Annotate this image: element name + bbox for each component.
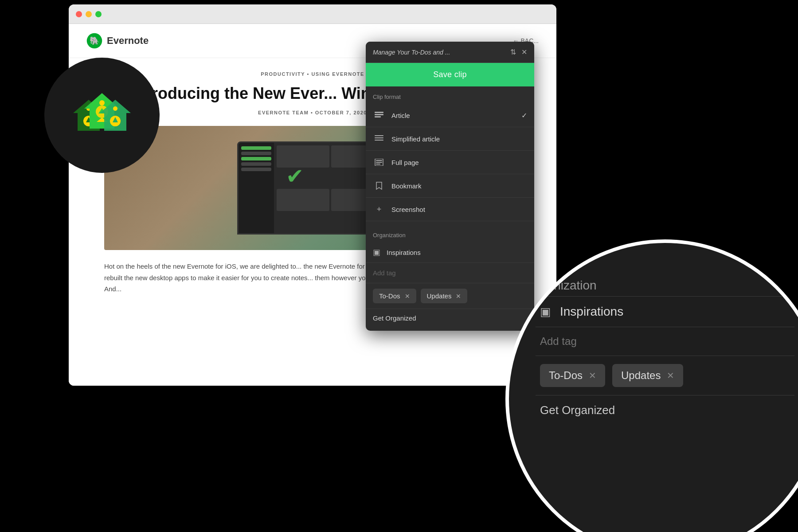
tag-houses-svg [71, 91, 133, 140]
format-option-article[interactable]: Article ✓ [366, 104, 534, 127]
zoom-organization-label: ganization [536, 278, 794, 293]
clip-format-section: Clip format Article ✓ Simplified article [366, 86, 534, 221]
tag-chip-updates[interactable]: Updates ✕ [421, 289, 468, 303]
swap-icon[interactable]: ⇅ [510, 48, 516, 56]
sidebar-item-1 [241, 146, 271, 150]
sidebar-item-4 [241, 162, 271, 166]
browser-titlebar [69, 4, 556, 24]
svg-rect-7 [375, 140, 383, 141]
zoom-notebook-row[interactable]: ▣ Inspirations [536, 296, 794, 327]
extension-header-icons: ⇅ ✕ [510, 48, 527, 56]
tag-updates-label: Updates [427, 292, 452, 300]
traffic-lights [76, 11, 102, 17]
svg-rect-4 [375, 116, 381, 117]
extension-header: Manage Your To-Dos and ... ⇅ ✕ [366, 42, 534, 63]
sidebar-item-2 [241, 152, 271, 155]
svg-rect-5 [375, 135, 383, 136]
evernote-logo-icon: 🐘 [86, 33, 102, 49]
zoom-tag-todos-close-icon[interactable]: ✕ [589, 370, 596, 381]
article-format-icon [373, 109, 385, 121]
simplified-format-icon [373, 133, 385, 145]
extension-title: Manage Your To-Dos and ... [373, 49, 510, 56]
evernote-wordmark: Evernote [107, 35, 149, 47]
svg-point-20 [99, 100, 105, 106]
close-extension-icon[interactable]: ✕ [521, 48, 527, 56]
simplified-format-label: Simplified article [391, 135, 527, 143]
svg-rect-9 [376, 160, 382, 161]
zoom-tag-updates-close-icon[interactable]: ✕ [667, 370, 674, 381]
zoom-tag-input-row [536, 327, 794, 356]
format-option-screenshot[interactable]: + Screenshot [366, 198, 534, 221]
notebook-row[interactable]: ▣ Inspirations [366, 242, 534, 263]
tag-todos-close-icon[interactable]: ✕ [405, 293, 410, 300]
zoom-tags-row: To-Dos ✕ Updates ✕ [536, 356, 794, 395]
laptop-sidebar [239, 143, 274, 233]
minimize-button[interactable] [86, 11, 92, 17]
laptop-card-3 [277, 189, 329, 211]
logo-circle [44, 58, 160, 173]
article-check-icon: ✓ [521, 111, 527, 120]
zoom-tag-updates-label: Updates [621, 369, 661, 382]
fullpage-format-icon [373, 156, 385, 168]
tag-input[interactable] [373, 267, 527, 278]
zoom-tag-todos-label: To-Dos [549, 369, 583, 382]
sidebar-item-5 [241, 168, 271, 171]
format-option-fullpage[interactable]: Full page [366, 151, 534, 174]
reminder-row[interactable]: Get Organized [366, 309, 534, 327]
sidebar-item-3 [241, 157, 271, 160]
clip-format-label: Clip format [366, 86, 534, 104]
tags-row: To-Dos ✕ Updates ✕ [366, 283, 534, 309]
extension-panel: Manage Your To-Dos and ... ⇅ ✕ Save clip… [366, 42, 534, 331]
svg-point-24 [113, 106, 117, 111]
close-button[interactable] [76, 11, 82, 17]
laptop-mockup [237, 141, 388, 235]
zoom-tag-chip-todos[interactable]: To-Dos ✕ [540, 364, 605, 387]
zoom-tag-chip-updates[interactable]: Updates ✕ [612, 364, 683, 387]
article-format-label: Article [391, 112, 521, 119]
tag-chip-todos[interactable]: To-Dos ✕ [373, 289, 416, 303]
format-option-bookmark[interactable]: Bookmark [366, 174, 534, 198]
svg-rect-3 [375, 114, 383, 115]
zoom-tag-input[interactable] [540, 335, 790, 348]
browser-window: 🐘 Evernote ← BAC... 𝕏 f in ✉ PRODUCTIVIT… [69, 4, 556, 386]
save-clip-button[interactable]: Save clip [366, 63, 534, 86]
evernote-logo: 🐘 Evernote [86, 33, 149, 49]
notebook-name: Inspirations [387, 249, 421, 256]
tag-updates-close-icon[interactable]: ✕ [456, 293, 461, 300]
organization-label: Organization [366, 225, 534, 242]
svg-rect-6 [375, 137, 383, 138]
tag-input-row [366, 263, 534, 283]
maximize-button[interactable] [95, 11, 102, 17]
format-option-simplified[interactable]: Simplified article [366, 127, 534, 151]
fullpage-format-label: Full page [391, 159, 527, 166]
bookmark-format-label: Bookmark [391, 182, 527, 190]
zoom-notebook-name: Inspirations [560, 305, 623, 319]
svg-rect-10 [376, 162, 382, 163]
svg-text:🐘: 🐘 [90, 36, 100, 46]
zoom-reminder-row[interactable]: Get Organized [536, 395, 794, 425]
screenshot-format-label: Screenshot [391, 206, 527, 213]
checkmark-overlay: ✔ [286, 164, 304, 188]
notebook-icon: ▣ [373, 247, 380, 257]
organization-section: Organization ▣ Inspirations To-Dos ✕ Upd… [366, 221, 534, 331]
bookmark-format-icon [373, 180, 385, 192]
screenshot-format-icon: + [373, 203, 385, 215]
svg-rect-11 [376, 164, 380, 164]
laptop-screen [239, 143, 387, 233]
tag-todos-label: To-Dos [379, 292, 400, 300]
zoom-notebook-icon: ▣ [540, 305, 551, 319]
svg-rect-2 [375, 112, 383, 113]
